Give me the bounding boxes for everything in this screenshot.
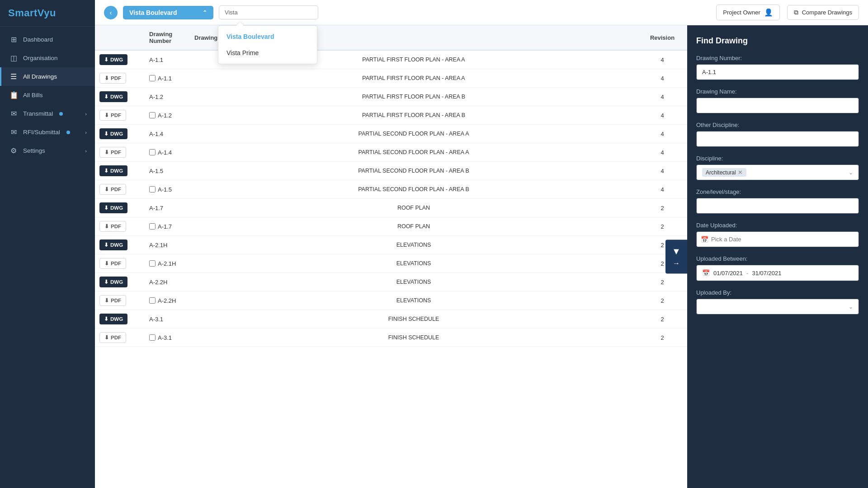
rfi-badge (66, 131, 70, 134)
table-row: ⬇ PDFA-1.1PARTIAL FIRST FLOOR PLAN - ARE… (95, 69, 687, 88)
dwg-download-button[interactable]: ⬇ DWG (99, 202, 127, 213)
compare-drawings-button[interactable]: ⧉ Compare Drawings (787, 5, 859, 20)
filter-fab-button[interactable]: ▼ → (665, 240, 687, 274)
row-checkbox[interactable] (149, 149, 156, 155)
logo-text-part1: Smart (8, 7, 38, 19)
row-checkbox[interactable] (149, 297, 156, 304)
zone-input[interactable] (696, 198, 859, 214)
sidebar-item-transmittal[interactable]: ✉ Transmittal › (0, 104, 95, 123)
dwg-download-button[interactable]: ⬇ DWG (99, 277, 127, 287)
row-checkbox[interactable] (149, 260, 156, 267)
table-row: ⬇ PDFA-1.2PARTIAL FIRST FLOOR PLAN - ARE… (95, 106, 687, 125)
discipline-group: Discipline: Architectural ✕ ⌄ (696, 155, 859, 180)
sidebar-item-dashboard[interactable]: ⊞ Dashboard (0, 30, 95, 49)
project-dropdown[interactable]: Vista Boulevard ⌃ (123, 6, 213, 19)
pdf-download-button[interactable]: ⬇ PDF (99, 258, 126, 269)
pdf-download-button[interactable]: ⬇ PDF (99, 221, 126, 232)
dwg-download-button[interactable]: ⬇ DWG (99, 128, 127, 139)
date-uploaded-input[interactable] (696, 231, 859, 247)
drawing-number-value: A-1.4 (158, 149, 172, 156)
row-checkbox[interactable] (149, 112, 156, 118)
pdf-download-button[interactable]: ⬇ PDF (99, 73, 126, 84)
sidebar-item-all-drawings[interactable]: ☰ All Drawings (0, 67, 95, 86)
pdf-download-button[interactable]: ⬇ PDF (99, 110, 126, 121)
revision-cell: 2 (637, 273, 687, 291)
pdf-download-button[interactable]: ⬇ PDF (99, 332, 126, 343)
sidebar-item-organisation[interactable]: ◫ Organisation (0, 49, 95, 67)
revision-cell: 4 (637, 125, 687, 143)
transmittal-badge (59, 112, 63, 116)
drawing-number-input[interactable] (696, 64, 859, 80)
drawing-number-value: A-1.1 (158, 75, 172, 82)
back-button[interactable]: ‹ (104, 6, 118, 19)
revision-cell: 2 (637, 199, 687, 217)
table-row: ⬇ PDFA-2.1HELEVATIONS2 (95, 254, 687, 273)
sidebar-nav: ⊞ Dashboard ◫ Organisation ☰ All Drawing… (0, 27, 95, 488)
sidebar-item-rfi-submittal[interactable]: ✉ RFI/Submittal › (0, 123, 95, 141)
uploaded-by-select[interactable]: ⌄ (696, 299, 859, 314)
download-icon: ⬇ (104, 112, 109, 118)
drawing-name-cell: FINISH SCHEDULE (190, 328, 637, 347)
revision-cell: 4 (637, 180, 687, 199)
logo-text-part2: Vyu (38, 7, 56, 19)
dwg-download-button[interactable]: ⬇ DWG (99, 165, 127, 176)
revision-cell: 4 (637, 106, 687, 125)
drawing-number-cell: A-1.4 (145, 143, 190, 162)
dropdown-item-vista-boulevard[interactable]: Vista Boulevard (218, 28, 317, 45)
file-type-cell: ⬇ PDF (95, 143, 145, 162)
project-search-input[interactable] (219, 5, 318, 19)
drawing-number-cell: A-1.2 (145, 88, 190, 106)
sidebar-item-settings[interactable]: ⚙ Settings › (0, 141, 95, 160)
pdf-download-button[interactable]: ⬇ PDF (99, 295, 126, 306)
drawing-number-value: A-3.1 (158, 334, 172, 341)
zone-label: Zone/level/stage: (696, 188, 859, 195)
drawing-number-label: Drawing Number: (696, 55, 859, 61)
drawing-name-cell: ROOF PLAN (190, 199, 637, 217)
table-row: ⬇ PDFA-1.4PARTIAL SECOND FLOOR PLAN - AR… (95, 143, 687, 162)
drawing-number-value: A-2.1H (149, 242, 167, 249)
dwg-download-button[interactable]: ⬇ DWG (99, 239, 127, 250)
col-drawing-number: Drawing Number (145, 25, 190, 50)
drawing-number-cell: A-1.1 (145, 69, 190, 88)
discipline-tag: Architectural ✕ (702, 168, 746, 177)
drawing-number-cell: A-3.1 (145, 328, 190, 347)
row-checkbox[interactable] (149, 186, 156, 192)
drawing-name-input[interactable] (696, 98, 859, 113)
drawing-number-value: A-1.7 (158, 223, 172, 230)
dwg-download-button[interactable]: ⬇ DWG (99, 314, 127, 324)
uploaded-between-separator: - (746, 270, 748, 277)
drawing-name-cell: PARTIAL FIRST FLOOR PLAN - AREA B (190, 106, 637, 125)
drawing-name-cell: ELEVATIONS (190, 291, 637, 310)
uploaded-between-wrap[interactable]: 📅 01/07/2021 - 31/07/2021 (696, 265, 859, 281)
file-type-cell: ⬇ PDF (95, 180, 145, 199)
row-checkbox[interactable] (149, 334, 156, 341)
drawing-number-cell: A-1.7 (145, 199, 190, 217)
download-icon: ⬇ (104, 260, 109, 267)
file-type-cell: ⬇ DWG (95, 125, 145, 143)
topbar-right: Project Owner 👤 ⧉ Compare Drawings (716, 5, 859, 20)
project-owner-button[interactable]: Project Owner 👤 (716, 5, 779, 20)
sidebar: SmartVyu ⊞ Dashboard ◫ Organisation ☰ Al… (0, 0, 95, 488)
pdf-download-button[interactable]: ⬇ PDF (99, 147, 126, 158)
other-discipline-input[interactable] (696, 131, 859, 147)
download-icon: ⬇ (104, 242, 108, 248)
discipline-select[interactable]: Architectural ✕ ⌄ (696, 164, 859, 180)
download-icon: ⬇ (104, 316, 108, 322)
dropdown-item-vista-prime[interactable]: Vista Prime (218, 45, 317, 61)
revision-cell: 2 (637, 310, 687, 328)
settings-icon: ⚙ (9, 146, 18, 155)
drawing-name-cell: PARTIAL SECOND FLOOR PLAN - AREA A (190, 143, 637, 162)
file-type-cell: ⬇ DWG (95, 199, 145, 217)
drawing-number-cell: A-1.2 (145, 106, 190, 125)
pdf-download-button[interactable]: ⬇ PDF (99, 184, 126, 195)
sidebar-item-label: RFI/Submittal (23, 129, 60, 136)
file-type-cell: ⬇ PDF (95, 291, 145, 310)
drawing-number-value: A-1.1 (149, 56, 163, 63)
row-checkbox[interactable] (149, 75, 156, 81)
sidebar-item-all-bills[interactable]: 📋 All Bills (0, 86, 95, 104)
dwg-download-button[interactable]: ⬇ DWG (99, 91, 127, 102)
dwg-download-button[interactable]: ⬇ DWG (99, 54, 127, 65)
uploaded-between-label: Uploaded Between: (696, 255, 859, 262)
row-checkbox[interactable] (149, 223, 156, 230)
discipline-tag-remove[interactable]: ✕ (738, 169, 743, 176)
